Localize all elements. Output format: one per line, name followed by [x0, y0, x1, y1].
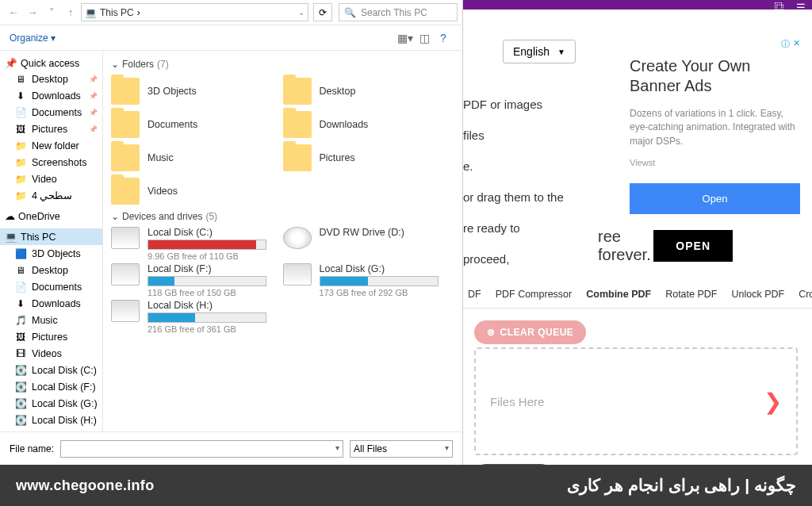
- folder-icon: 🖥: [14, 74, 27, 85]
- open-big-button[interactable]: OPEN: [653, 230, 733, 262]
- folder-item[interactable]: Music: [111, 141, 283, 174]
- organize-menu[interactable]: Organize ▾: [10, 33, 56, 44]
- file-filter-select[interactable]: All Files: [350, 440, 453, 458]
- instruction-text: PDF or images files e. or drag them to t…: [463, 89, 566, 274]
- item-icon: 🖼: [14, 332, 27, 343]
- folder-name: Videos: [147, 186, 178, 197]
- sidebar-item[interactable]: 💽Local Disk (H:): [0, 412, 102, 428]
- item-icon: 💽: [14, 415, 27, 426]
- chevron-down-icon: ▼: [557, 48, 565, 56]
- item-icon: 💽: [14, 398, 27, 409]
- web-page: English ▼ PDF or images files e. or drag…: [463, 10, 812, 465]
- drop-zone[interactable]: Files Here ❯: [474, 347, 798, 455]
- folder-item[interactable]: Pictures: [283, 141, 455, 174]
- usage-bar: [147, 276, 266, 286]
- drive-icon: [111, 263, 140, 286]
- sidebar-item[interactable]: 📄Documents: [0, 278, 102, 295]
- sidebar-label: Screenshots: [32, 157, 86, 168]
- sidebar-item[interactable]: 📁سطحي 4: [0, 187, 102, 204]
- folder-icon: 📁: [14, 140, 27, 151]
- clear-queue-button[interactable]: ⊗ CLEAR QUEUE: [474, 320, 586, 344]
- tab[interactable]: Unlock PDF: [731, 289, 784, 300]
- preview-pane-icon[interactable]: ◫: [415, 32, 434, 44]
- sidebar-item[interactable]: 💽Local Disk (C:): [0, 362, 102, 378]
- this-pc-header[interactable]: 💻 This PC: [0, 228, 102, 245]
- folder-icon: 📄: [14, 107, 27, 118]
- tab[interactable]: DF: [468, 289, 481, 300]
- folder-item[interactable]: Desktop: [283, 75, 455, 108]
- ad-open-button[interactable]: Open: [630, 183, 800, 214]
- ad-desc: Dozens of variations in 1 click. Easy, e…: [630, 107, 800, 148]
- drives-group-header[interactable]: ⌄ Devices and drives (5): [111, 211, 454, 222]
- sidebar-item[interactable]: 💽Local Disk (G:): [0, 395, 102, 412]
- folder-icon: [283, 144, 312, 171]
- folder-item[interactable]: Downloads: [283, 108, 455, 141]
- sidebar-item[interactable]: ⬇Downloads: [0, 295, 102, 312]
- sidebar-item[interactable]: 🖥Desktop: [0, 71, 102, 87]
- drive-item[interactable]: Local Disk (F:)118 GB free of 150 GB: [111, 263, 283, 300]
- sidebar-item[interactable]: 🖥Desktop: [0, 262, 102, 278]
- nav-recent-icon[interactable]: ˅: [43, 6, 60, 18]
- item-icon: 🟦: [14, 248, 27, 259]
- clear-queue-label: CLEAR QUEUE: [500, 327, 574, 338]
- onedrive-header[interactable]: ☁ OneDrive: [0, 209, 102, 224]
- help-icon[interactable]: ?: [434, 32, 453, 44]
- tab[interactable]: Crop PDF: [799, 289, 812, 300]
- drive-item[interactable]: Local Disk (C:)9.96 GB free of 110 GB: [111, 227, 283, 263]
- ad-box: ⓘ✕ Create Your Own Banner Ads Dozens of …: [630, 38, 800, 214]
- sidebar-item[interactable]: 🖼Pictures: [0, 121, 102, 137]
- sidebar-label: Documents: [32, 107, 82, 118]
- folder-icon: [111, 78, 140, 105]
- sidebar-item[interactable]: 💽Local Disk (F:): [0, 378, 102, 395]
- drive-name: Local Disk (H:): [147, 300, 283, 311]
- sidebar-item[interactable]: ⬇Downloads: [0, 87, 102, 104]
- drive-free: 118 GB free of 150 GB: [147, 288, 283, 297]
- drive-item[interactable]: Local Disk (H:)216 GB free of 361 GB: [111, 300, 283, 336]
- folder-icon: [111, 111, 140, 138]
- drive-name: DVD RW Drive (D:): [320, 227, 455, 238]
- sidebar-item[interactable]: 🎞Videos: [0, 345, 102, 362]
- folder-item[interactable]: Documents: [111, 108, 283, 141]
- folder-item[interactable]: 3D Objects: [111, 75, 283, 108]
- sidebar-item[interactable]: 📁New folder: [0, 137, 102, 154]
- drive-name: Local Disk (C:): [147, 227, 283, 238]
- item-icon: 🎵: [14, 315, 27, 326]
- sidebar-item[interactable]: 🟦3D Objects: [0, 245, 102, 262]
- address-bar[interactable]: 💻 This PC › ⌄: [81, 3, 308, 21]
- filename-input[interactable]: [60, 440, 343, 458]
- refresh-button[interactable]: ⟳: [313, 3, 332, 21]
- view-options-icon[interactable]: ▦▾: [396, 32, 415, 44]
- nav-forward-icon[interactable]: →: [24, 6, 41, 18]
- sidebar-item[interactable]: 📁Screenshots: [0, 154, 102, 171]
- quick-access-header[interactable]: 📌 Quick access: [0, 56, 102, 71]
- folder-name: Desktop: [320, 86, 356, 97]
- nav-up-icon[interactable]: ↑: [62, 6, 79, 18]
- sidebar-label: Local Disk (H:): [32, 415, 97, 426]
- drive-icon: [111, 300, 140, 322]
- ad-info-icon[interactable]: ⓘ: [781, 38, 790, 50]
- tab[interactable]: PDF Compressor: [496, 289, 573, 300]
- nav-back-icon[interactable]: ←: [5, 6, 22, 18]
- sidebar-item[interactable]: 📄Documents: [0, 104, 102, 121]
- chevron-right-icon: ›: [137, 7, 140, 18]
- folder-icon: [111, 144, 140, 171]
- tab-active[interactable]: Combine PDF: [586, 289, 651, 300]
- folder-icon: ⬇: [14, 90, 27, 102]
- tab[interactable]: Rotate PDF: [665, 289, 717, 300]
- sidebar-label: Video: [32, 174, 57, 185]
- folder-item[interactable]: Videos: [111, 174, 283, 208]
- item-icon: 💽: [14, 381, 27, 393]
- drive-item[interactable]: Local Disk (G:)173 GB free of 292 GB: [283, 263, 455, 300]
- ad-close-icon[interactable]: ✕: [793, 38, 800, 50]
- sidebar-label: Desktop: [32, 74, 68, 85]
- ad-brand: Viewst: [630, 158, 800, 167]
- language-select[interactable]: English ▼: [503, 40, 576, 63]
- drive-item[interactable]: DVD RW Drive (D:): [283, 227, 455, 263]
- folders-group-header[interactable]: ⌄ Folders (7): [111, 59, 454, 70]
- search-input[interactable]: 🔍 Search This PC: [339, 3, 458, 21]
- sidebar-item[interactable]: 📁Video: [0, 171, 102, 187]
- search-icon: 🔍: [344, 7, 356, 18]
- sidebar-item[interactable]: 🖼Pictures: [0, 328, 102, 345]
- chevron-down-icon[interactable]: ⌄: [298, 8, 304, 17]
- sidebar-item[interactable]: 🎵Music: [0, 312, 102, 328]
